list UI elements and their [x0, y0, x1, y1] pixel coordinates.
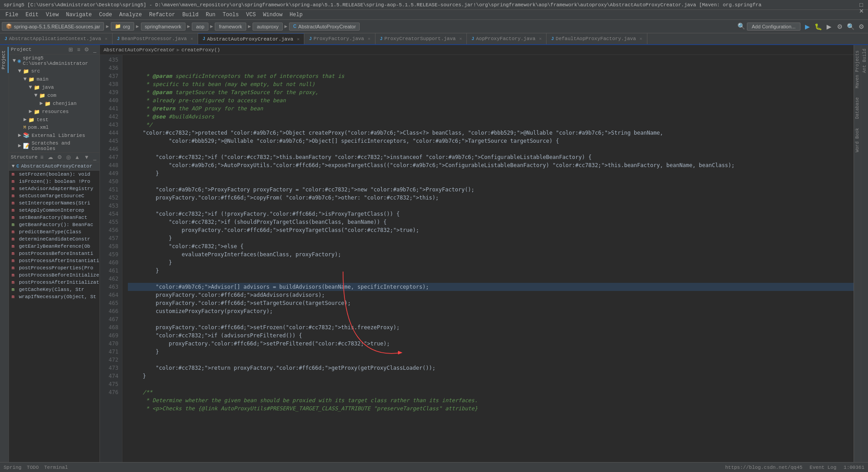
struct-tool4[interactable]: ◎ — [65, 154, 72, 161]
structure-method-item[interactable]: msetApplyCommonIntercep — [9, 207, 99, 214]
tab-aop-proxy-factory[interactable]: J AopProxyFactory.java ✕ — [467, 33, 547, 44]
coverage-btn[interactable]: ▶ — [824, 22, 834, 32]
database-tab[interactable]: Database — [854, 94, 861, 123]
debug-btn[interactable]: 🐛 — [813, 22, 823, 32]
menu-navigate[interactable]: Navigate — [62, 11, 95, 19]
tab-default-aop-proxy-factory[interactable]: J DefaultAopProxyFactory.java ✕ — [547, 33, 647, 44]
tab-close-icon2[interactable]: ✕ — [190, 36, 193, 41]
project-tab[interactable]: Project — [0, 47, 9, 73]
structure-method-item[interactable]: mwrapIfNecessary(Object, St — [9, 293, 99, 300]
project-tool-btn2[interactable]: ≡ — [76, 46, 81, 53]
run-btn[interactable]: ▶ — [802, 22, 812, 32]
structure-method-item[interactable]: mgetCacheKey(Class, Str — [9, 286, 99, 293]
tree-external-libraries[interactable]: ► 📚 External Libraries — [9, 131, 99, 140]
tree-scratches[interactable]: ► 📝 Scratches and Consoles — [9, 140, 99, 152]
line-col: 1:00361 — [844, 465, 864, 470]
menu-view[interactable]: View — [42, 11, 63, 19]
structure-method-item[interactable]: mpostProcessBeforeInstanti — [9, 250, 99, 257]
tab-close-icon7[interactable]: ✕ — [640, 36, 642, 41]
add-configuration-button[interactable]: Add Configuration... — [747, 23, 800, 31]
project-tool-btn3[interactable]: ⚙ — [83, 46, 90, 53]
tab-close-icon6[interactable]: ✕ — [539, 36, 542, 41]
tree-pom[interactable]: M pom.xml — [9, 124, 99, 131]
framework-btn[interactable]: framework — [215, 23, 246, 31]
word-book-tab[interactable]: Word Book — [854, 124, 861, 156]
tab-close-icon[interactable]: ✕ — [105, 36, 108, 41]
tab-close-icon4[interactable]: ✕ — [368, 36, 371, 41]
struct-min[interactable]: _ — [92, 154, 98, 161]
structure-method-item[interactable]: mpostProcessBeforeInitialize — [9, 272, 99, 279]
breadcrumb-method[interactable]: createProxy() — [181, 47, 220, 53]
structure-method-item[interactable]: mpostProcessAfterInitializati — [9, 279, 99, 286]
maximize-button[interactable]: □ — [858, 2, 864, 8]
profile-btn[interactable]: ⚙ — [835, 22, 845, 32]
structure-method-item[interactable]: msetFrozen(boolean): void — [9, 171, 99, 178]
tree-spring5[interactable]: ▼ ◉ spring5 C:\Users\Administrator — [9, 54, 99, 67]
search-everywhere-btn[interactable]: 🔍 — [845, 22, 855, 32]
springframework-btn[interactable]: springframework — [141, 23, 185, 31]
tree-test[interactable]: ► 📁 test — [9, 116, 99, 124]
tree-src[interactable]: ▼ 📁 src — [9, 67, 99, 75]
menu-tools[interactable]: Tools — [219, 11, 243, 19]
tab-close-icon3[interactable]: ✕ — [297, 36, 299, 42]
structure-method-item[interactable]: mpostProcessProperties(Pro — [9, 264, 99, 272]
structure-method-item[interactable]: msetCustomTargetSourceC — [9, 192, 99, 200]
tab-close-icon5[interactable]: ✕ — [459, 36, 462, 41]
tree-chenjian[interactable]: ► 📁 chenjian — [9, 100, 99, 108]
struct-tool3[interactable]: ⚙ — [56, 154, 63, 161]
tab-abstract-auto-proxy-creator[interactable]: J AbstractAutoProxyCreator.java ✕ — [198, 33, 304, 44]
aop-btn[interactable]: aop — [192, 23, 208, 31]
event-log-btn[interactable]: Event Log — [809, 465, 836, 470]
tree-main[interactable]: ▼ 📁 main — [9, 75, 99, 83]
maven-projects-tab[interactable]: Maven Projects — [854, 47, 861, 92]
menu-help[interactable]: Help — [286, 11, 306, 19]
structure-method-item[interactable]: misFrozen(): boolean !Pro — [9, 178, 99, 185]
structure-method-item[interactable]: msetInterceptorNames(Stri — [9, 200, 99, 207]
structure-method-item[interactable]: msetBeanFactory(BeanFact — [9, 214, 99, 221]
structure-method-item[interactable]: mgetBeanFactory(): BeanFac — [9, 221, 99, 228]
tab-bean-post-processor[interactable]: J BeanPostProcessor.java ✕ — [113, 33, 198, 44]
menu-refactor[interactable]: Refactor — [145, 11, 179, 19]
breadcrumb-class[interactable]: AbstractAutoProxyCreator — [104, 47, 175, 53]
menu-edit[interactable]: Edit — [22, 11, 42, 19]
autoproxy-btn[interactable]: autoproxy — [253, 23, 282, 31]
tree-java[interactable]: ▼ 📁 java — [9, 83, 99, 91]
menu-window[interactable]: Window — [259, 11, 286, 19]
project-tool-btn1[interactable]: ⊞ — [67, 46, 74, 53]
structure-method-item[interactable]: mdetermineCandidateConstr — [9, 236, 99, 243]
tab-proxy-creator-support[interactable]: J ProxyCreatorSupport.java ✕ — [375, 33, 467, 44]
struct-tool1[interactable]: ≡ — [39, 154, 45, 161]
code-line: * Determine whether the given bean shoul… — [128, 396, 854, 404]
struct-tool2[interactable]: ☁ — [46, 154, 54, 161]
structure-method-item[interactable]: mpredictBeanType(Class — [9, 228, 99, 236]
menu-code[interactable]: Code — [95, 11, 116, 19]
todo-btn[interactable]: TODO — [27, 465, 39, 470]
struct-class-row[interactable]: ▼ C AbstractAutoProxyCreator — [9, 162, 99, 171]
menu-run[interactable]: Run — [202, 11, 219, 19]
settings-btn[interactable]: ⚙ — [856, 22, 866, 32]
ant-build-tab[interactable]: Ant Build — [861, 45, 868, 77]
tab-proxy-factory[interactable]: J ProxyFactory.java ✕ — [304, 33, 375, 44]
project-tool-btn4[interactable]: _ — [92, 46, 98, 53]
structure-method-item[interactable]: msetAdvisorAdapterRegistry — [9, 185, 99, 192]
spring-btn[interactable]: Spring — [4, 465, 22, 470]
org-btn[interactable]: 📁 org — [111, 22, 134, 31]
struct-tool6[interactable]: ▼ — [82, 154, 90, 161]
tab-abstract-application-context[interactable]: J AbstractApplicationContext.java ✕ — [0, 33, 113, 44]
code-container[interactable]: 4354364374384394404414424434444454464474… — [100, 55, 854, 462]
struct-tool5[interactable]: ▲ — [73, 154, 81, 161]
file-path-button[interactable]: 📦 spring-aop-5.1.5.RELEASE-sources.jar — [2, 22, 104, 31]
menu-vcs[interactable]: VCS — [243, 11, 260, 19]
tree-com[interactable]: ▼ 📁 com — [9, 91, 99, 100]
terminal-btn[interactable]: Terminal — [44, 465, 68, 470]
class-btn[interactable]: C AbstractAutoProxyCreator — [289, 23, 360, 31]
line-numbers: 4354364374384394404414424434444454464474… — [100, 55, 122, 462]
menu-analyze[interactable]: Analyze — [116, 11, 145, 19]
close-button[interactable]: ✕ — [858, 8, 864, 14]
structure-method-item[interactable]: mpostProcessAfterInstantiati — [9, 257, 99, 264]
menu-file[interactable]: File — [2, 11, 22, 19]
structure-method-item[interactable]: mgetEarlyBeanReference(Ob — [9, 243, 99, 250]
menu-build[interactable]: Build — [179, 11, 202, 19]
code-content[interactable]: * @param specificInterceptors the set of… — [122, 55, 854, 462]
tree-resources[interactable]: ► 📁 resources — [9, 108, 99, 116]
